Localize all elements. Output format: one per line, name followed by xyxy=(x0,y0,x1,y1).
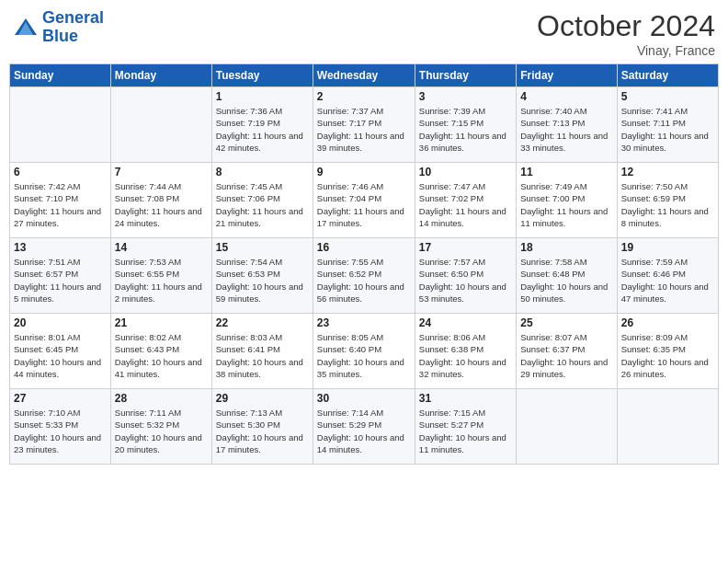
calendar-cell: 7Sunrise: 7:44 AMSunset: 7:08 PMDaylight… xyxy=(110,163,211,238)
calendar-cell: 17Sunrise: 7:57 AMSunset: 6:50 PMDayligh… xyxy=(415,238,516,314)
day-info: Sunrise: 7:59 AMSunset: 6:46 PMDaylight:… xyxy=(621,256,714,304)
col-tuesday: Tuesday xyxy=(211,64,313,87)
day-number: 2 xyxy=(317,90,411,103)
day-info: Sunrise: 8:07 AMSunset: 6:37 PMDaylight:… xyxy=(520,331,612,380)
day-info: Sunrise: 8:05 AMSunset: 6:40 PMDaylight:… xyxy=(317,331,411,380)
day-number: 28 xyxy=(115,392,208,405)
calendar-cell: 15Sunrise: 7:54 AMSunset: 6:53 PMDayligh… xyxy=(211,238,313,314)
calendar-cell: 29Sunrise: 7:13 AMSunset: 5:30 PMDayligh… xyxy=(211,389,313,465)
day-number: 25 xyxy=(520,316,612,329)
day-info: Sunrise: 7:49 AMSunset: 7:00 PMDaylight:… xyxy=(520,180,612,229)
col-saturday: Saturday xyxy=(617,64,718,87)
day-number: 5 xyxy=(621,90,714,103)
day-number: 31 xyxy=(419,392,512,405)
day-info: Sunrise: 7:55 AMSunset: 6:52 PMDaylight:… xyxy=(317,256,411,304)
calendar-week-row: 27Sunrise: 7:10 AMSunset: 5:33 PMDayligh… xyxy=(10,389,719,465)
day-number: 22 xyxy=(216,316,309,329)
month-title: October 2024 Vinay, France xyxy=(537,9,715,58)
day-number: 11 xyxy=(520,166,612,178)
day-info: Sunrise: 7:13 AMSunset: 5:30 PMDaylight:… xyxy=(216,407,309,455)
calendar-cell: 20Sunrise: 8:01 AMSunset: 6:45 PMDayligh… xyxy=(10,314,111,389)
day-number: 4 xyxy=(520,90,612,103)
day-info: Sunrise: 8:06 AMSunset: 6:38 PMDaylight:… xyxy=(419,331,512,380)
calendar-cell: 24Sunrise: 8:06 AMSunset: 6:38 PMDayligh… xyxy=(415,314,516,389)
day-number: 3 xyxy=(419,90,512,103)
day-info: Sunrise: 8:03 AMSunset: 6:41 PMDaylight:… xyxy=(216,331,309,380)
calendar-cell: 11Sunrise: 7:49 AMSunset: 7:00 PMDayligh… xyxy=(517,163,617,238)
day-number: 13 xyxy=(14,241,107,254)
col-friday: Friday xyxy=(517,64,617,87)
day-number: 9 xyxy=(317,166,411,178)
col-monday: Monday xyxy=(110,64,211,87)
day-info: Sunrise: 7:40 AMSunset: 7:13 PMDaylight:… xyxy=(520,105,612,154)
day-info: Sunrise: 7:39 AMSunset: 7:15 PMDaylight:… xyxy=(419,105,512,154)
logo: General Blue xyxy=(13,9,104,46)
logo-icon xyxy=(13,17,39,39)
calendar-cell xyxy=(617,389,718,465)
day-number: 17 xyxy=(419,241,512,254)
day-info: Sunrise: 7:14 AMSunset: 5:29 PMDaylight:… xyxy=(317,407,411,455)
calendar-cell: 1Sunrise: 7:36 AMSunset: 7:19 PMDaylight… xyxy=(211,87,313,163)
day-info: Sunrise: 7:58 AMSunset: 6:48 PMDaylight:… xyxy=(520,256,612,304)
calendar-cell xyxy=(110,87,211,163)
calendar-cell: 30Sunrise: 7:14 AMSunset: 5:29 PMDayligh… xyxy=(313,389,415,465)
day-info: Sunrise: 7:46 AMSunset: 7:04 PMDaylight:… xyxy=(317,180,411,229)
day-number: 6 xyxy=(14,166,107,178)
calendar-cell: 2Sunrise: 7:37 AMSunset: 7:17 PMDaylight… xyxy=(313,87,415,163)
calendar-cell: 3Sunrise: 7:39 AMSunset: 7:15 PMDaylight… xyxy=(415,87,516,163)
day-number: 23 xyxy=(317,316,411,329)
col-wednesday: Wednesday xyxy=(313,64,415,87)
month-heading: October 2024 xyxy=(537,9,715,43)
day-info: Sunrise: 7:44 AMSunset: 7:08 PMDaylight:… xyxy=(115,180,208,229)
day-info: Sunrise: 7:57 AMSunset: 6:50 PMDaylight:… xyxy=(419,256,512,304)
day-number: 18 xyxy=(520,241,612,254)
calendar-table: Sunday Monday Tuesday Wednesday Thursday… xyxy=(9,63,719,465)
day-number: 26 xyxy=(621,316,714,329)
calendar-cell: 18Sunrise: 7:58 AMSunset: 6:48 PMDayligh… xyxy=(517,238,617,314)
day-info: Sunrise: 7:51 AMSunset: 6:57 PMDaylight:… xyxy=(14,256,107,304)
day-number: 12 xyxy=(621,166,714,178)
col-sunday: Sunday xyxy=(10,64,111,87)
calendar-cell: 10Sunrise: 7:47 AMSunset: 7:02 PMDayligh… xyxy=(415,163,516,238)
page-header: General Blue October 2024 Vinay, France xyxy=(9,9,719,58)
calendar-cell: 26Sunrise: 8:09 AMSunset: 6:35 PMDayligh… xyxy=(617,314,718,389)
calendar-cell: 22Sunrise: 8:03 AMSunset: 6:41 PMDayligh… xyxy=(211,314,313,389)
day-info: Sunrise: 7:15 AMSunset: 5:27 PMDaylight:… xyxy=(419,407,512,455)
calendar-cell: 14Sunrise: 7:53 AMSunset: 6:55 PMDayligh… xyxy=(110,238,211,314)
day-number: 30 xyxy=(317,392,411,405)
day-number: 15 xyxy=(216,241,309,254)
day-info: Sunrise: 8:01 AMSunset: 6:45 PMDaylight:… xyxy=(14,331,107,380)
calendar-cell: 6Sunrise: 7:42 AMSunset: 7:10 PMDaylight… xyxy=(10,163,111,238)
day-info: Sunrise: 7:54 AMSunset: 6:53 PMDaylight:… xyxy=(216,256,309,304)
day-info: Sunrise: 7:42 AMSunset: 7:10 PMDaylight:… xyxy=(14,180,107,229)
calendar-cell: 31Sunrise: 7:15 AMSunset: 5:27 PMDayligh… xyxy=(415,389,516,465)
day-info: Sunrise: 7:11 AMSunset: 5:32 PMDaylight:… xyxy=(115,407,208,455)
calendar-cell: 9Sunrise: 7:46 AMSunset: 7:04 PMDaylight… xyxy=(313,163,415,238)
day-number: 21 xyxy=(115,316,208,329)
day-number: 16 xyxy=(317,241,411,254)
day-number: 19 xyxy=(621,241,714,254)
calendar-cell xyxy=(10,87,111,163)
day-number: 29 xyxy=(216,392,309,405)
day-info: Sunrise: 7:53 AMSunset: 6:55 PMDaylight:… xyxy=(115,256,208,304)
calendar-cell: 13Sunrise: 7:51 AMSunset: 6:57 PMDayligh… xyxy=(10,238,111,314)
calendar-week-row: 13Sunrise: 7:51 AMSunset: 6:57 PMDayligh… xyxy=(10,238,719,314)
logo-line1: General xyxy=(42,8,104,27)
day-number: 27 xyxy=(14,392,107,405)
calendar-cell: 27Sunrise: 7:10 AMSunset: 5:33 PMDayligh… xyxy=(10,389,111,465)
day-info: Sunrise: 8:09 AMSunset: 6:35 PMDaylight:… xyxy=(621,331,714,380)
calendar-week-row: 1Sunrise: 7:36 AMSunset: 7:19 PMDaylight… xyxy=(10,87,719,163)
location-label: Vinay, France xyxy=(537,43,715,58)
calendar-week-row: 20Sunrise: 8:01 AMSunset: 6:45 PMDayligh… xyxy=(10,314,719,389)
logo-line2: Blue xyxy=(42,27,78,45)
day-info: Sunrise: 8:02 AMSunset: 6:43 PMDaylight:… xyxy=(115,331,208,380)
day-number: 7 xyxy=(115,166,208,178)
calendar-cell: 16Sunrise: 7:55 AMSunset: 6:52 PMDayligh… xyxy=(313,238,415,314)
day-info: Sunrise: 7:50 AMSunset: 6:59 PMDaylight:… xyxy=(621,180,714,229)
day-info: Sunrise: 7:10 AMSunset: 5:33 PMDaylight:… xyxy=(14,407,107,455)
col-thursday: Thursday xyxy=(415,64,516,87)
day-info: Sunrise: 7:37 AMSunset: 7:17 PMDaylight:… xyxy=(317,105,411,154)
calendar-cell: 25Sunrise: 8:07 AMSunset: 6:37 PMDayligh… xyxy=(517,314,617,389)
day-info: Sunrise: 7:36 AMSunset: 7:19 PMDaylight:… xyxy=(216,105,309,154)
day-number: 10 xyxy=(419,166,512,178)
